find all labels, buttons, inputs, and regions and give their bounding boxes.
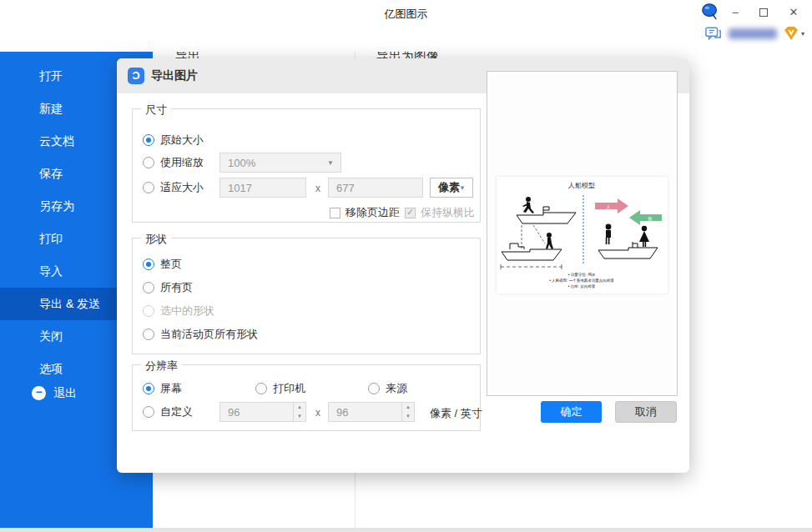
titlebar: 亿图图示 – ✕ ▾ xyxy=(0,0,812,52)
feedback-chat-icon[interactable] xyxy=(705,27,722,41)
remove-margin-checkbox[interactable] xyxy=(330,208,340,218)
svg-text:• 位移: 反向相等: • 位移: 反向相等 xyxy=(568,284,596,289)
preview-thumbnail: 人船模型 xyxy=(497,177,668,294)
unit-dropdown-value: 像素 xyxy=(438,180,460,195)
unit-dropdown[interactable]: 像素 ▼ xyxy=(430,178,473,198)
scale-dropdown[interactable]: 100% ▼ xyxy=(219,153,341,173)
radio-fit-size[interactable] xyxy=(143,182,154,193)
bottom-edge-strip xyxy=(0,528,812,532)
radio-active-page-shapes[interactable] xyxy=(143,329,154,340)
fit-width-input[interactable] xyxy=(219,178,306,198)
close-window-button[interactable]: ✕ xyxy=(781,3,806,22)
keep-aspect-label: 保持纵横比 xyxy=(421,205,475,220)
window-title: 亿图图示 xyxy=(0,7,812,22)
radio-selected-shapes xyxy=(143,305,154,317)
radio-selected-shapes-label: 选中的形状 xyxy=(160,304,214,319)
spinner-arrows-icon[interactable]: ▲▼ xyxy=(293,403,305,421)
shape-group-legend: 形状 xyxy=(141,232,171,247)
svg-text:• 人船模型: 一个系统两者动量反向相等: • 人船模型: 一个系统两者动量反向相等 xyxy=(549,278,614,284)
radio-printer-label: 打印机 xyxy=(273,381,305,396)
radio-active-page-shapes-label: 当前活动页所有形状 xyxy=(160,327,258,342)
dpi-x-spinner[interactable]: ▲▼ xyxy=(219,402,306,422)
radio-printer[interactable] xyxy=(255,383,267,394)
radio-source[interactable] xyxy=(368,383,380,394)
maximize-button[interactable] xyxy=(751,3,776,22)
radio-fit-size-label: 适应大小 xyxy=(160,180,204,195)
dpi-times-label: x xyxy=(315,407,320,419)
svg-text:人船模型: 人船模型 xyxy=(567,182,595,189)
radio-whole-page[interactable] xyxy=(143,258,154,270)
maximize-icon xyxy=(759,8,768,17)
resolution-group: 分辨率 屏幕 打印机 来源 自定义 ▲▼ x ▲▼ 像素 / 英寸 xyxy=(132,364,481,431)
minimize-button[interactable]: – xyxy=(723,3,748,22)
size-group-legend: 尺寸 xyxy=(141,103,171,118)
sidebar-item-exit[interactable]: − 退出 xyxy=(32,377,77,409)
radio-use-scale-label: 使用缩放 xyxy=(160,155,204,170)
size-group: 尺寸 原始大小 使用缩放 100% ▼ 适应大小 x 像素 ▼ 移除页边距 xyxy=(132,108,481,223)
radio-original-size-label: 原始大小 xyxy=(160,133,204,148)
radio-source-label: 来源 xyxy=(386,381,407,396)
dpi-y-spinner[interactable]: ▲▼ xyxy=(328,402,415,422)
size-times-label: x xyxy=(315,183,320,194)
radio-all-pages-label: 所有页 xyxy=(160,280,193,295)
resolution-group-legend: 分辨率 xyxy=(141,359,182,374)
fit-height-input[interactable] xyxy=(328,178,423,198)
edraw-logo-icon: Ɔ xyxy=(128,68,144,84)
radio-custom-dpi[interactable] xyxy=(143,406,154,418)
ok-button[interactable]: 确定 xyxy=(541,401,602,423)
shape-group: 形状 整页 所有页 选中的形状 当前活动页所有形状 xyxy=(132,238,481,354)
radio-whole-page-label: 整页 xyxy=(160,257,182,272)
radio-custom-dpi-label: 自定义 xyxy=(160,404,193,419)
vip-caret-icon[interactable]: ▾ xyxy=(801,30,804,38)
radio-original-size[interactable] xyxy=(143,134,154,146)
username-blurred[interactable] xyxy=(729,28,777,39)
export-image-dialog: Ɔ 导出图片 ✕ 尺寸 原始大小 使用缩放 100% ▼ 适应大小 x 像素 ▼ xyxy=(117,58,689,473)
scale-dropdown-value: 100% xyxy=(228,157,255,169)
sidebar-item-exit-label: 退出 xyxy=(53,377,77,409)
radio-screen[interactable] xyxy=(143,383,154,394)
dpi-unit-label: 像素 / 英寸 xyxy=(430,406,482,421)
vip-badge-icon[interactable] xyxy=(783,25,799,42)
person-boat-diagram: 人船模型 xyxy=(497,177,668,294)
export-preview-panel: 人船模型 xyxy=(487,71,678,396)
keep-aspect-checkbox xyxy=(405,208,416,218)
remove-margin-label: 移除页边距 xyxy=(345,205,400,220)
dialog-title: 导出图片 xyxy=(151,68,198,83)
spinner-arrows-icon[interactable]: ▲▼ xyxy=(401,403,414,421)
svg-text:人: 人 xyxy=(607,204,611,209)
chevron-down-icon: ▼ xyxy=(459,184,466,192)
chevron-down-icon: ▼ xyxy=(327,159,334,167)
cancel-button[interactable]: 取消 xyxy=(615,401,677,423)
svg-text:• 动量守恒: 规律: • 动量守恒: 规律 xyxy=(568,272,596,277)
assistant-balloon-icon[interactable] xyxy=(701,3,719,21)
radio-screen-label: 屏幕 xyxy=(160,381,182,396)
radio-use-scale[interactable] xyxy=(143,157,154,168)
svg-text:船: 船 xyxy=(648,216,653,222)
radio-all-pages[interactable] xyxy=(143,282,154,294)
exit-circle-icon: − xyxy=(32,386,46,400)
